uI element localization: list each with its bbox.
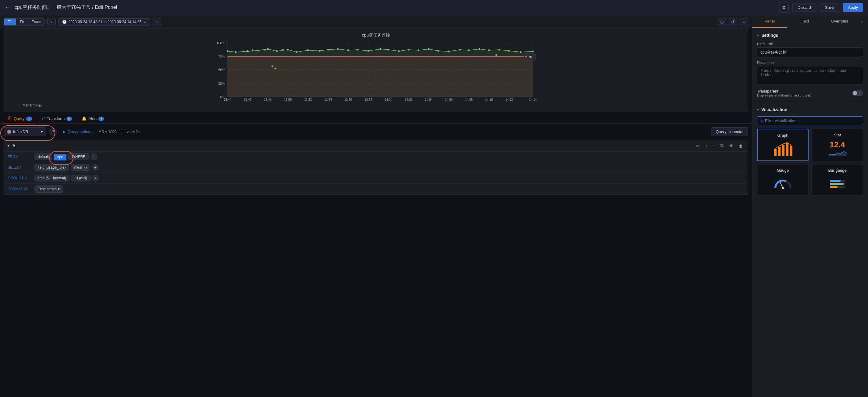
discard-button[interactable]: Discard — [793, 3, 816, 12]
chart-panel: cpu空任务监控 100% 75% 50% 25% 0% — [4, 29, 748, 112]
svg-point-51 — [388, 49, 390, 51]
move-down-button[interactable]: ↓ — [704, 143, 709, 149]
viz-search-input[interactable] — [765, 119, 860, 123]
refresh-button[interactable]: ↺ — [729, 18, 737, 26]
toggle-visibility-button[interactable]: 👁 — [728, 143, 735, 149]
svg-text:25%: 25% — [218, 81, 225, 85]
svg-text:50%: 50% — [218, 68, 225, 71]
viz-card-stat[interactable]: Stat 12.4 — [812, 129, 863, 161]
stat-value: 12.4 — [830, 141, 845, 148]
tab-panel[interactable]: Panel — [752, 15, 787, 28]
svg-point-49 — [368, 50, 369, 52]
svg-rect-88 — [782, 144, 784, 156]
exact-button[interactable]: Exact — [28, 19, 44, 25]
add-select-button[interactable]: + — [92, 164, 99, 171]
zoom-out-button[interactable]: ⊖ — [718, 18, 726, 26]
interval-info: Interval = 2s — [120, 130, 140, 134]
move-up-button[interactable]: ↑ — [712, 143, 716, 149]
tab-transform[interactable]: ⇄ Transform 0 — [37, 114, 76, 123]
groupby-fill-pill[interactable]: fill (null) — [71, 175, 91, 181]
chart-legend: 空任务百分比 — [8, 103, 744, 108]
query-options-button[interactable]: ▶ Query options — [60, 128, 95, 135]
viz-card-bar-gauge[interactable]: Bar gauge — [812, 164, 863, 196]
description-textarea[interactable] — [757, 66, 863, 84]
help-button[interactable]: ? — [50, 128, 57, 135]
svg-text:♥: ♥ — [525, 55, 527, 59]
save-button[interactable]: Save — [820, 3, 839, 12]
from-value: default cpu WHERE + — [34, 154, 97, 160]
tab-field[interactable]: Field — [787, 15, 822, 28]
svg-point-56 — [438, 50, 439, 52]
left-panel: Fill Fit Exact ‹ 🕐 2020-08-24 13:43:31 t… — [0, 15, 752, 397]
chevron-down-icon: ⌄ — [742, 20, 746, 24]
right-panel-tabs: Panel Field Overrides › — [752, 15, 868, 28]
svg-text:14:02: 14:02 — [405, 98, 412, 101]
svg-text:14:10: 14:10 — [485, 98, 493, 101]
where-label-pill[interactable]: WHERE — [68, 154, 89, 160]
query-collapse-button[interactable]: ▾ — [8, 144, 9, 148]
chevron-down-icon: ▾ — [41, 129, 43, 134]
zoom-icon: ⊖ — [720, 20, 724, 24]
apply-button[interactable]: Apply — [843, 3, 863, 12]
time-range-button[interactable]: 🕐 2020-08-24 13:43:31 to 2020-08-24 14:1… — [58, 18, 151, 26]
graph-viz-icon — [772, 140, 794, 157]
back-button[interactable]: ← — [5, 4, 11, 11]
svg-point-45 — [327, 49, 329, 51]
tab-overrides[interactable]: Overrides — [822, 15, 857, 28]
query-from-row: FROM default cpu WHERE + — [4, 152, 748, 162]
settings-button[interactable]: ⚙ — [779, 3, 789, 12]
select-fn-pill[interactable]: mean () — [71, 164, 90, 171]
transparent-toggle[interactable] — [852, 91, 863, 96]
svg-point-37 — [272, 65, 273, 67]
svg-point-64 — [508, 50, 510, 52]
datasource-select[interactable]: InfluxDB ▾ — [4, 127, 46, 136]
settings-collapse-button[interactable]: ▾ — [757, 33, 759, 37]
query-block-header: ▾ A ✏ ↓ ↑ ⧉ 👁 🗑 — [4, 140, 748, 152]
copy-query-button[interactable]: ⧉ — [719, 142, 725, 149]
select-field-pill[interactable]: field (usage_idle) — [34, 164, 69, 171]
svg-text:14:12: 14:12 — [505, 98, 513, 101]
viz-card-graph[interactable]: Graph — [757, 129, 809, 161]
query-block-label: A — [12, 143, 15, 148]
query-inspector-button[interactable]: Query inspector — [711, 127, 748, 136]
datasource-name: InfluxDB — [13, 129, 39, 134]
from-database-pill[interactable]: default — [34, 154, 52, 160]
svg-marker-91 — [828, 152, 847, 156]
svg-point-33 — [252, 49, 254, 51]
svg-point-50 — [380, 48, 381, 50]
from-table-pill[interactable]: cpu — [54, 154, 66, 160]
format-select[interactable]: Time series ▾ — [34, 186, 63, 193]
svg-point-59 — [468, 49, 470, 51]
time-prev-button[interactable]: ‹ — [47, 18, 56, 26]
add-where-button[interactable]: + — [91, 154, 97, 160]
viz-card-gauge[interactable]: Gauge — [757, 164, 809, 196]
svg-point-32 — [247, 50, 249, 52]
collapse-panel-button[interactable]: › — [857, 17, 867, 27]
tab-alert[interactable]: 🔔 Alert 1 — [78, 114, 108, 123]
groupby-time-pill[interactable]: time ($__interval) — [34, 175, 69, 181]
time-next-button[interactable]: › — [153, 18, 161, 26]
alert-count-badge: 1 — [98, 117, 104, 121]
chart-toolbar: Fill Fit Exact ‹ 🕐 2020-08-24 13:43:31 t… — [0, 15, 752, 29]
tab-alert-label: Alert — [88, 116, 97, 121]
fill-button[interactable]: Fill — [4, 19, 16, 25]
format-chevron-icon: ▾ — [58, 187, 60, 191]
add-groupby-button[interactable]: + — [92, 175, 99, 181]
panel-title-input[interactable] — [757, 47, 863, 57]
svg-text:13:58: 13:58 — [365, 98, 372, 101]
viz-search-box[interactable]: ▽ — [757, 116, 863, 125]
panel-title-group: Panel title — [757, 42, 863, 57]
fit-button[interactable]: Fit — [16, 19, 28, 25]
chevron-right-icon: › — [156, 20, 158, 24]
tab-query[interactable]: 🗄 Query 1 — [4, 114, 36, 123]
clock-icon: 🕐 — [62, 20, 67, 24]
delete-query-button[interactable]: 🗑 — [738, 143, 744, 149]
viz-title: Visualization — [761, 107, 787, 112]
svg-text:14:00: 14:00 — [384, 98, 392, 101]
legend-label: 空任务百分比 — [22, 103, 42, 108]
viz-collapse-button[interactable]: ▾ — [757, 108, 759, 112]
viz-header: ▾ Visualization — [757, 107, 863, 112]
more-options-button[interactable]: ⌄ — [740, 18, 748, 26]
svg-text:14:04: 14:04 — [425, 98, 432, 101]
edit-query-button[interactable]: ✏ — [695, 143, 701, 149]
